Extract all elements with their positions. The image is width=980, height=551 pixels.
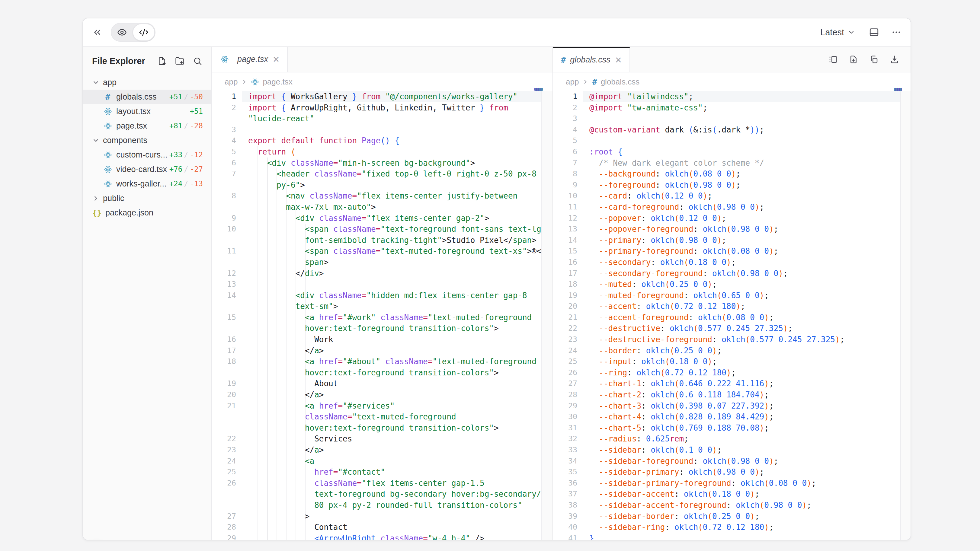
code-line[interactable]: 19 --muted-foreground: oklch(0.65 0 0); (553, 290, 911, 301)
code-line[interactable]: 2import { ArrowUpRight, Github, Linkedin… (212, 102, 552, 113)
code-line[interactable]: 22 --destructive: oklch(0.577 0.245 27.3… (553, 323, 911, 334)
code-line[interactable]: 27 --chart-1: oklch(0.646 0.222 41.116); (553, 378, 911, 389)
code-line[interactable]: 38 --sidebar-accent-foreground: oklch(0.… (553, 500, 911, 511)
code-line[interactable]: 33 --sidebar: oklch(0.1 0 0); (553, 445, 911, 456)
tree-folder-app[interactable]: app (83, 75, 212, 90)
code-line[interactable]: 37 --sidebar-accent: oklch(0.18 0 0); (553, 489, 911, 500)
tab-globals-css[interactable]: # globals.css × (553, 47, 630, 72)
code-line[interactable]: 24 <a (212, 456, 552, 467)
new-folder-button[interactable] (175, 56, 185, 66)
code-line[interactable]: 31 --chart-5: oklch(0.769 0.188 70.08); (553, 422, 911, 433)
download-button[interactable] (890, 55, 899, 64)
tree-folder-public[interactable]: public (83, 191, 212, 205)
code-line[interactable]: 1@import "tailwindcss"; (553, 91, 911, 102)
close-tab-icon[interactable]: × (273, 54, 279, 65)
code-line[interactable]: 17 </a> (212, 345, 552, 356)
code-line[interactable]: 6 <div className="min-h-screen bg-backgr… (212, 157, 552, 169)
code-line[interactable]: 9 --foreground: oklch(0.98 0 0); (553, 179, 911, 191)
open-in-browser-button[interactable] (869, 27, 879, 37)
code-line[interactable]: 39 --sidebar-border: oklch(0.25 0 0); (553, 511, 911, 522)
tree-folder-components[interactable]: components (83, 133, 212, 148)
code-line[interactable]: 23 --destructive-foreground: oklch(0.577… (553, 334, 911, 345)
tree-file-video-card.tsx[interactable]: video-card.tsx+76/-27 (83, 162, 212, 176)
code-line[interactable]: span> (212, 257, 552, 268)
code-line[interactable]: 8 <nav className="flex items-center just… (212, 191, 552, 202)
breadcrumb-folder[interactable]: app (224, 77, 238, 87)
code-line[interactable]: "lucide-react" (212, 113, 552, 124)
code-line[interactable]: 13 --popover-foreground: oklch(0.98 0 0)… (553, 224, 911, 235)
code-line[interactable]: 15 --primary-foreground: oklch(0.08 0 0)… (553, 246, 911, 257)
code-line[interactable]: 20 --accent: oklch(0.72 0.12 180); (553, 301, 911, 312)
code-line[interactable]: 16 --secondary: oklch(0.18 0 0); (553, 257, 911, 268)
code-line[interactable]: 10 <span className="text-foreground font… (212, 224, 552, 235)
code-line[interactable]: max-w-7xl mx-auto"> (212, 202, 552, 213)
code-line[interactable]: 6:root { (553, 146, 911, 157)
tree-file-custom-curs...[interactable]: custom-curs...+33/-12 (83, 148, 212, 162)
code-line[interactable]: 27 > (212, 511, 552, 522)
code-line[interactable]: 25 href="#contact" (212, 467, 552, 478)
code-line[interactable]: 16 Work (212, 334, 552, 345)
code-line[interactable]: 7 /* New dark elegant color scheme */ (553, 157, 911, 169)
code-line[interactable]: 28 Contact (212, 522, 552, 533)
code-line[interactable]: 11 <span className="text-muted-foregroun… (212, 246, 552, 257)
code-line[interactable]: py-6"> (212, 179, 552, 191)
code-line[interactable]: 8 --background: oklch(0.08 0 0); (553, 168, 911, 179)
code-line[interactable]: 22 Services (212, 433, 552, 445)
code-line[interactable]: 12 --popover: oklch(0.12 0 0); (553, 213, 911, 224)
code-line[interactable]: 40 --sidebar-ring: oklch(0.72 0.12 180); (553, 522, 911, 533)
code-editor-page-tsx[interactable]: 1import { WorksGallery } from "@/compone… (212, 91, 552, 540)
tab-page-tsx[interactable]: page.tsx × (212, 47, 288, 72)
code-line[interactable]: 17 --secondary-foreground: oklch(0.98 0 … (553, 268, 911, 279)
code-line[interactable]: 25 --input: oklch(0.18 0 0); (553, 356, 911, 367)
code-line[interactable]: 13 (212, 279, 552, 290)
tree-file-works-galler...[interactable]: works-galler...+24/-13 (83, 176, 212, 191)
collapse-sidebar-button[interactable] (92, 27, 102, 37)
code-line[interactable]: 23 </a> (212, 445, 552, 456)
code-line[interactable]: 24 --border: oklch(0.25 0 0); (553, 345, 911, 356)
file-diff-button[interactable] (849, 55, 858, 64)
version-dropdown[interactable]: Latest (818, 27, 857, 38)
code-line[interactable]: 1import { WorksGallery } from "@/compone… (212, 91, 552, 102)
breadcrumb-folder[interactable]: app (566, 77, 579, 87)
scrollbar-thumb[interactable] (894, 88, 902, 91)
code-line[interactable]: 32 --radius: 0.625rem; (553, 433, 911, 445)
copy-code-button[interactable] (870, 55, 878, 64)
code-line[interactable]: 4export default function Page() { (212, 135, 552, 146)
code-line[interactable]: 20 </a> (212, 389, 552, 400)
code-line[interactable]: 41} (553, 533, 911, 540)
code-line[interactable]: 21 <a href="#services" (212, 400, 552, 411)
code-line[interactable]: 15 <a href="#work" className="text-muted… (212, 312, 552, 323)
code-editor-globals-css[interactable]: 1@import "tailwindcss";2@import "tw-anim… (553, 91, 911, 540)
tree-file-globals.css[interactable]: #globals.css+51/-50 (83, 90, 212, 104)
code-line[interactable]: 3 (553, 113, 911, 124)
code-toggle-button[interactable] (132, 24, 155, 41)
code-line[interactable]: 29 <ArrowUpRight className="w-4 h-4" /> (212, 533, 552, 540)
code-line[interactable]: 5 return ( (212, 146, 552, 157)
code-line[interactable]: 21 --accent-foreground: oklch(0.08 0 0); (553, 312, 911, 323)
more-options-button[interactable] (891, 27, 902, 37)
code-line[interactable]: className="text-muted-foreground (212, 411, 552, 422)
code-line[interactable]: 26 className="flex items-center gap-1.5 (212, 478, 552, 489)
code-line[interactable]: 29 --chart-3: oklch(0.398 0.07 227.392); (553, 400, 911, 411)
code-line[interactable]: 18 --muted: oklch(0.25 0 0); (553, 279, 911, 290)
code-line[interactable]: hover:text-foreground transition-colors"… (212, 422, 552, 433)
code-line[interactable]: hover:text-foreground transition-colors"… (212, 323, 552, 334)
code-line[interactable]: 10 --card: oklch(0.12 0 0); (553, 191, 911, 202)
code-line[interactable]: 18 <a href="#about" className="text-mute… (212, 356, 552, 367)
code-line[interactable]: font-semibold tracking-tight">Studio Pix… (212, 235, 552, 246)
code-line[interactable]: 19 About (212, 378, 552, 389)
tree-file-page.tsx[interactable]: page.tsx+81/-28 (83, 119, 212, 133)
code-line[interactable]: 11 --card-foreground: oklch(0.98 0 0); (553, 202, 911, 213)
code-line[interactable]: text-sm"> (212, 301, 552, 312)
code-line[interactable]: 14 --primary: oklch(0.98 0 0); (553, 235, 911, 246)
code-line[interactable]: 4@custom-variant dark (&:is(.dark *)); (553, 124, 911, 135)
code-line[interactable]: 30 --chart-4: oklch(0.828 0.189 84.429); (553, 411, 911, 422)
code-line[interactable]: hover:text-foreground transition-colors"… (212, 367, 552, 378)
code-line[interactable]: 34 --sidebar-foreground: oklch(0.98 0 0)… (553, 456, 911, 467)
code-line[interactable]: 26 --ring: oklch(0.72 0.12 180); (553, 367, 911, 378)
code-line[interactable]: 80 px-4 py-2 rounded-full transition-col… (212, 500, 552, 511)
code-line[interactable]: 12 </div> (212, 268, 552, 279)
preview-toggle-button[interactable] (111, 24, 132, 41)
search-files-button[interactable] (193, 56, 202, 66)
code-line[interactable]: 3 (212, 124, 552, 135)
